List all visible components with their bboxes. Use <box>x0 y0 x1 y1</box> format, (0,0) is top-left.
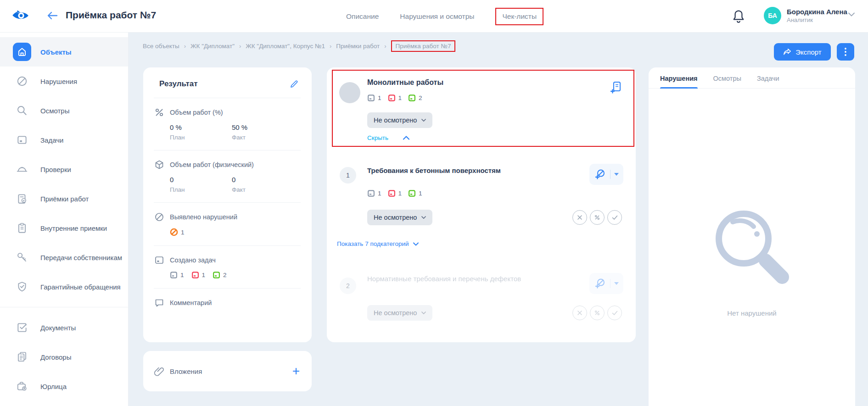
chevron-down-icon <box>614 282 619 285</box>
empty-state: Нет нарушений <box>649 207 855 317</box>
percent-icon <box>594 215 600 220</box>
section-status-dropdown[interactable]: Не осмотрено <box>367 305 432 321</box>
sidebar-item-label: Нарушения <box>40 78 77 85</box>
result-row-label: Комментарий <box>170 299 212 306</box>
show-subcategories-link[interactable]: Показать 7 подкатегорий <box>337 240 419 247</box>
breadcrumb-item-current: Приёмка работ №7 <box>391 40 456 52</box>
breadcrumb-item[interactable]: Все объекты <box>143 43 179 50</box>
result-volume-percent: Объем работ (%) 0 % План 50 % Факт <box>154 107 301 141</box>
sidebar-item-checks[interactable]: Проверки <box>0 155 128 184</box>
sidebar-item-objects[interactable]: Объекты <box>0 37 128 67</box>
task-chip-red-icon <box>191 271 199 279</box>
task-count: 1 <box>378 95 381 101</box>
task-chip-done: 2 <box>213 271 227 279</box>
breadcrumb-item[interactable]: ЖК "Дипломат", Корпус №1 <box>246 43 325 50</box>
add-violation-split-button[interactable] <box>589 164 623 185</box>
plan-value: 0 <box>170 176 232 184</box>
sidebar-item-documents[interactable]: Документы <box>0 313 128 342</box>
cube-icon <box>154 160 165 170</box>
x-icon <box>577 215 582 220</box>
task-card-icon <box>13 131 31 149</box>
sidebar-item-label: Передачи собственникам <box>40 254 122 261</box>
header-tabs: Описание Нарушения и осмотры Чек-листы <box>346 0 543 33</box>
mark-passed-button[interactable] <box>607 210 622 225</box>
user-menu[interactable]: БА Бородкина Алена Аналитик <box>764 7 847 24</box>
add-violation-split-button[interactable] <box>589 273 623 294</box>
sidebar-item-tasks[interactable]: Задачи <box>0 125 128 155</box>
sidebar-item-label: Приёмки работ <box>40 195 89 203</box>
add-document-icon[interactable] <box>610 80 622 94</box>
result-volume-physical: Объем работ (физический) 0 План 0 Факт <box>154 160 301 193</box>
task-chip-default: 1 <box>367 94 381 102</box>
mark-passed-button[interactable] <box>607 306 622 320</box>
checklist-collapse-toggle[interactable]: Скрыть <box>367 134 409 141</box>
result-comment: Комментарий <box>154 298 301 308</box>
mark-failed-button[interactable] <box>572 210 587 225</box>
result-row-label: Объем работ (физический) <box>170 161 254 168</box>
status-label: Не осмотрено <box>374 117 417 124</box>
sidebar-item-legal-entities[interactable]: Юрлица <box>0 372 128 401</box>
result-row-label: Выявлено нарушений <box>170 213 237 221</box>
edit-pencil-icon[interactable] <box>290 79 299 89</box>
magnifier-illustration-icon <box>712 207 791 294</box>
task-card-icon <box>154 255 165 265</box>
result-row-label: Объем работ (%) <box>170 109 223 116</box>
sidebar-item-internal-acceptances[interactable]: Внутренние приемки <box>0 213 128 243</box>
result-panel-title: Результат <box>159 79 198 89</box>
tab-inspections[interactable]: Осмотры <box>713 75 741 88</box>
x-icon <box>577 310 582 316</box>
chevron-up-icon <box>403 136 409 140</box>
sidebar-item-contracts[interactable]: Договоры <box>0 342 128 372</box>
hardhat-icon <box>13 160 31 178</box>
section-status-dropdown[interactable]: Не осмотрено <box>367 210 432 225</box>
tab-description[interactable]: Описание <box>346 12 379 21</box>
section-title: Нормативные требования и перечень дефект… <box>367 275 521 283</box>
paperclip-icon <box>154 366 165 377</box>
top-header: Приёмка работ №7 Описание Нарушения и ос… <box>0 0 868 33</box>
details-panel-tabs: Нарушения Осмотры Задачи <box>649 67 855 89</box>
briefcase-icon <box>13 377 31 395</box>
sidebar-item-inspections[interactable]: Осмотры <box>0 96 128 125</box>
task-count: 2 <box>223 272 227 278</box>
task-chip-green-icon <box>213 271 220 279</box>
tab-violations-inspections[interactable]: Нарушения и осмотры <box>400 12 474 21</box>
app-logo-eye-icon[interactable] <box>12 10 29 21</box>
sidebar-item-warranty-claims[interactable]: Гарантийные обращения <box>0 272 128 301</box>
export-button[interactable]: Экспорт <box>774 43 831 61</box>
breadcrumb-item[interactable]: ЖК "Дипломат" <box>190 43 235 50</box>
mark-failed-button[interactable] <box>572 306 587 320</box>
add-violation-icon <box>594 278 606 289</box>
attachments-panel: Вложения + <box>143 351 312 391</box>
result-violations: Выявлено нарушений 1 <box>154 212 301 236</box>
checklist-card: Монолитные работы 1 1 2 Не осмотрено Скр… <box>327 67 636 342</box>
tab-checklists[interactable]: Чек-листы <box>495 8 543 25</box>
sidebar-item-violations[interactable]: Нарушения <box>0 67 128 96</box>
sidebar-item-owner-transfers[interactable]: Передачи собственникам <box>0 243 128 272</box>
checklist-status-dropdown[interactable]: Не осмотрено <box>367 112 432 128</box>
fact-value: 50 % <box>232 123 294 131</box>
task-chip-overdue: 1 <box>388 189 402 197</box>
task-chip-done: 1 <box>408 189 422 197</box>
tab-violations[interactable]: Нарушения <box>660 75 698 88</box>
breadcrumb-item[interactable]: Приёмки работ <box>336 43 380 50</box>
violation-count-chip: 1 <box>170 228 185 236</box>
sidebar-item-work-acceptances[interactable]: Приёмки работ <box>0 184 128 213</box>
empty-state-text: Нет нарушений <box>727 309 776 317</box>
more-actions-kebab-button[interactable] <box>837 43 854 61</box>
user-menu-chevron-down-icon[interactable] <box>848 12 855 17</box>
task-chip-default: 1 <box>170 271 184 279</box>
notifications-bell-icon[interactable] <box>732 9 745 23</box>
task-chip-done: 2 <box>408 94 422 102</box>
collapse-label: Скрыть <box>367 134 388 141</box>
back-arrow-icon[interactable] <box>46 9 59 22</box>
sidebar-item-label: Документы <box>40 324 76 332</box>
sidebar-item-label: Проверки <box>40 166 71 173</box>
divider <box>610 170 610 179</box>
user-avatar[interactable]: БА <box>764 7 781 24</box>
tab-tasks[interactable]: Задачи <box>757 75 779 88</box>
add-attachment-button[interactable]: + <box>292 365 300 378</box>
mark-partial-button[interactable] <box>590 210 605 225</box>
mark-partial-button[interactable] <box>590 306 605 320</box>
fact-label: Факт <box>232 186 294 193</box>
page-title: Приёмка работ №7 <box>66 10 156 21</box>
